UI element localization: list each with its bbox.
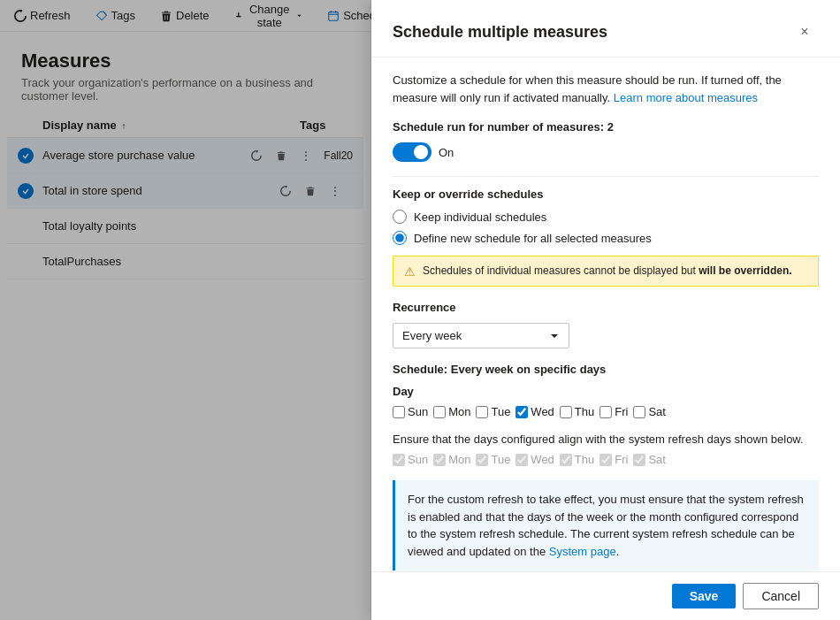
ensure-day-mon: Mon bbox=[433, 453, 470, 466]
day-checkbox-sat[interactable] bbox=[633, 406, 645, 418]
system-page-link[interactable]: System page bbox=[549, 545, 616, 558]
warning-icon: ⚠ bbox=[404, 264, 416, 279]
ensure-label-sat: Sat bbox=[648, 453, 666, 466]
day-checkbox-mon[interactable] bbox=[433, 406, 446, 418]
radio-define-option[interactable]: Define new schedule for all selected mea… bbox=[393, 231, 819, 245]
day-label-fri[interactable]: Fri bbox=[615, 405, 628, 418]
ensure-day-sun: Sun bbox=[393, 453, 428, 466]
warning-text: Schedules of individual measures cannot … bbox=[423, 264, 792, 279]
radio-keep-option[interactable]: Keep individual schedules bbox=[393, 210, 819, 224]
toggle-slider bbox=[393, 142, 431, 162]
dialog-title: Schedule multiple measures bbox=[393, 23, 607, 42]
learn-more-link[interactable]: Learn more about measures bbox=[614, 91, 758, 104]
day-label-wed[interactable]: Wed bbox=[531, 405, 554, 418]
info-box: For the custom refresh to take effect, y… bbox=[393, 480, 819, 570]
radio-group: Keep individual schedules Define new sch… bbox=[393, 210, 819, 245]
day-label-sun[interactable]: Sun bbox=[408, 405, 428, 418]
day-checkbox-sun[interactable] bbox=[393, 406, 405, 418]
ensure-section: Ensure that the days configured align wi… bbox=[393, 432, 819, 466]
warning-box: ⚠ Schedules of individual measures canno… bbox=[393, 256, 819, 287]
day-item-mon[interactable]: Mon bbox=[433, 405, 470, 418]
cancel-button[interactable]: Cancel bbox=[743, 583, 819, 609]
dropdown-chevron-icon bbox=[549, 331, 560, 341]
ensure-days-row: Sun Mon Tue Wed Thu bbox=[393, 453, 819, 466]
day-label-sat[interactable]: Sat bbox=[648, 405, 666, 418]
radio-define-input[interactable] bbox=[393, 231, 407, 245]
day-item-fri[interactable]: Fri bbox=[599, 405, 628, 418]
dialog-header: Schedule multiple measures × bbox=[371, 0, 840, 57]
day-label: Day bbox=[393, 385, 819, 398]
day-label-mon[interactable]: Mon bbox=[448, 405, 470, 418]
ensure-checkbox-mon bbox=[433, 454, 446, 466]
toggle-label: On bbox=[439, 146, 454, 159]
recurrence-value: Every week bbox=[402, 329, 462, 342]
recurrence-label: Recurrence bbox=[393, 301, 819, 314]
day-checkbox-tue[interactable] bbox=[476, 406, 488, 418]
dialog-body: Customize a schedule for when this measu… bbox=[371, 57, 840, 571]
divider-1 bbox=[393, 176, 819, 177]
day-label-tue[interactable]: Tue bbox=[491, 405, 510, 418]
day-checkbox-thu[interactable] bbox=[560, 406, 572, 418]
ensure-day-fri: Fri bbox=[599, 453, 628, 466]
day-label-thu[interactable]: Thu bbox=[575, 405, 594, 418]
radio-define-label: Define new schedule for all selected mea… bbox=[414, 232, 652, 245]
ensure-checkbox-sat bbox=[633, 454, 645, 466]
save-button[interactable]: Save bbox=[672, 584, 737, 609]
schedule-days-title: Schedule: Every week on specific days bbox=[393, 363, 819, 376]
info-text-2: . bbox=[616, 545, 620, 558]
day-item-tue[interactable]: Tue bbox=[476, 405, 510, 418]
ensure-day-wed: Wed bbox=[515, 453, 554, 466]
ensure-checkbox-sun bbox=[393, 454, 405, 466]
ensure-label-tue: Tue bbox=[491, 453, 510, 466]
ensure-label-thu: Thu bbox=[575, 453, 594, 466]
day-checkbox-fri[interactable] bbox=[599, 406, 612, 418]
schedule-toggle[interactable] bbox=[393, 142, 431, 162]
recurrence-dropdown[interactable]: Every week bbox=[393, 323, 569, 348]
dialog-description: Customize a schedule for when this measu… bbox=[393, 72, 819, 106]
radio-keep-input[interactable] bbox=[393, 210, 407, 224]
schedule-days-section: Schedule: Every week on specific days Da… bbox=[393, 363, 819, 418]
ensure-day-thu: Thu bbox=[560, 453, 594, 466]
ensure-checkbox-fri bbox=[599, 454, 612, 466]
day-item-sat[interactable]: Sat bbox=[633, 405, 666, 418]
schedule-dialog: Schedule multiple measures × Customize a… bbox=[371, 0, 840, 620]
ensure-label-mon: Mon bbox=[448, 453, 470, 466]
ensure-title: Ensure that the days configured align wi… bbox=[393, 432, 819, 446]
ensure-label-fri: Fri bbox=[615, 453, 628, 466]
ensure-checkbox-wed bbox=[515, 454, 528, 466]
dialog-footer: Save Cancel bbox=[371, 571, 840, 620]
day-item-wed[interactable]: Wed bbox=[515, 405, 554, 418]
radio-keep-label: Keep individual schedules bbox=[414, 210, 546, 224]
day-item-sun[interactable]: Sun bbox=[393, 405, 428, 418]
ensure-checkbox-tue bbox=[476, 454, 488, 466]
ensure-label-sun: Sun bbox=[408, 453, 428, 466]
toggle-row: On bbox=[393, 142, 819, 162]
ensure-checkbox-thu bbox=[560, 454, 572, 466]
day-checkbox-wed[interactable] bbox=[515, 406, 528, 418]
recurrence-section: Recurrence Every week bbox=[393, 301, 819, 348]
keep-override-label: Keep or override schedules bbox=[393, 188, 819, 201]
schedule-run-label: Schedule run for number of measures: 2 bbox=[393, 120, 819, 134]
dialog-close-button[interactable]: × bbox=[790, 18, 819, 46]
ensure-day-sat: Sat bbox=[633, 453, 666, 466]
ensure-label-wed: Wed bbox=[531, 453, 554, 466]
days-row: Sun Mon Tue Wed Thu bbox=[393, 405, 819, 418]
day-item-thu[interactable]: Thu bbox=[560, 405, 594, 418]
ensure-day-tue: Tue bbox=[476, 453, 510, 466]
